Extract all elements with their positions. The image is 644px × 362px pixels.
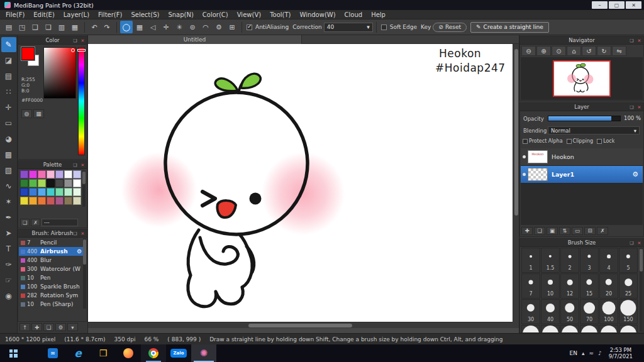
- palette-swatch[interactable]: [29, 179, 37, 187]
- palette-swatch[interactable]: [73, 179, 81, 187]
- brush-list-scrollbar[interactable]: [83, 238, 86, 309]
- menu-item[interactable]: Filter(F): [94, 10, 126, 19]
- add-folder-icon[interactable]: ▣: [547, 227, 558, 235]
- brush-size-option[interactable]: [619, 325, 638, 332]
- new-canvas-icon[interactable]: ▤: [3, 21, 15, 33]
- scrollbar-thumb[interactable]: [248, 324, 352, 327]
- checkbox-icon[interactable]: [567, 139, 572, 144]
- brush-size-option[interactable]: 12: [560, 273, 579, 299]
- panel-popout-icon[interactable]: ❏: [628, 37, 635, 44]
- duplicate-brush-icon[interactable]: ❏: [43, 323, 54, 331]
- rotate-cw-icon[interactable]: ↻: [597, 46, 611, 56]
- scrollbar-thumb[interactable]: [514, 49, 518, 216]
- palette-swatch[interactable]: [55, 197, 64, 205]
- brush-list-item[interactable]: 10 Pen (Sharp) ⚙: [19, 300, 83, 309]
- hue-slider[interactable]: [78, 47, 85, 155]
- panel-close-icon[interactable]: ✕: [79, 37, 86, 44]
- cloud-upload-icon[interactable]: ❑: [29, 21, 42, 33]
- brush-list-item[interactable]: 300 Watercolor (W ⚙: [19, 265, 83, 273]
- rotate-ccw-icon[interactable]: ↺: [582, 46, 596, 56]
- straight-line-button[interactable]: ✎ Create a straight line: [470, 22, 549, 33]
- tray-chevron-icon[interactable]: ▴: [582, 350, 585, 356]
- layer-visibility-dot[interactable]: [523, 173, 526, 176]
- canvas-drawing[interactable]: [88, 44, 513, 322]
- palette-swatch[interactable]: [73, 188, 81, 196]
- move-layer-icon[interactable]: ⇅: [559, 227, 570, 235]
- canvas-vertical-scrollbar[interactable]: [513, 44, 519, 322]
- minimize-button[interactable]: –: [592, 1, 608, 9]
- palette-scrollbar[interactable]: [82, 170, 86, 207]
- select-tool[interactable]: ▧: [1, 163, 16, 178]
- brush-list-item[interactable]: 282 Rotation Sym ⚙: [19, 291, 83, 300]
- palette-swatch[interactable]: [73, 197, 81, 205]
- palette-swatch[interactable]: [64, 188, 72, 196]
- saturation-value-picker[interactable]: [43, 47, 76, 99]
- panel-close-icon[interactable]: ✕: [79, 230, 86, 237]
- brush-settings-gear-icon[interactable]: ⚙: [77, 248, 82, 255]
- lasso-tool[interactable]: ∿: [1, 178, 16, 194]
- merge-layer-icon[interactable]: ⊟: [584, 227, 596, 235]
- panel-close-icon[interactable]: ✕: [636, 37, 643, 44]
- palette-swatch[interactable]: [29, 197, 37, 205]
- palette-swatch[interactable]: [55, 170, 64, 178]
- brush-settings-icon[interactable]: ⚙: [55, 323, 66, 331]
- eraser-tool[interactable]: ◪: [1, 53, 16, 68]
- move-tool[interactable]: ✛: [1, 100, 16, 115]
- foreground-color-swatch[interactable]: [21, 47, 35, 60]
- palette-swatch[interactable]: [47, 197, 55, 205]
- taskbar-icon-medibang[interactable]: ✺: [191, 344, 216, 362]
- delete-layer-icon[interactable]: ✗: [597, 227, 608, 235]
- taskbar-icon-firefox[interactable]: [116, 344, 141, 362]
- palette-swatch[interactable]: [64, 170, 72, 178]
- brush-size-option[interactable]: [580, 325, 599, 332]
- close-button[interactable]: ✕: [626, 1, 641, 9]
- brush-size-option[interactable]: 40: [541, 299, 560, 324]
- reset-button[interactable]: ⊘ Reset: [433, 23, 467, 32]
- color-wheel-icon[interactable]: ◍: [21, 109, 32, 118]
- checkbox-icon[interactable]: [597, 139, 602, 144]
- add-palette-color-icon[interactable]: ❏: [20, 219, 30, 226]
- palette-swatch[interactable]: [47, 188, 55, 196]
- menu-item[interactable]: Edit(E): [29, 10, 59, 19]
- taskbar-icon-chrome[interactable]: [141, 344, 166, 362]
- canvas-tab[interactable]: Untitled: [88, 35, 302, 44]
- eyedropper-tool[interactable]: ✑: [1, 257, 16, 272]
- palette-swatch[interactable]: [38, 188, 46, 196]
- brush-list-item[interactable]: 100 Sparkle Brush ⚙: [19, 282, 83, 291]
- palette-swatch[interactable]: [38, 197, 46, 205]
- palette-swatch[interactable]: [55, 188, 64, 196]
- brush-size-option[interactable]: 1.5: [541, 248, 560, 273]
- hue-slider-handle[interactable]: [77, 49, 86, 52]
- gradient-tool[interactable]: ▩: [1, 147, 16, 162]
- palette-swatch[interactable]: [20, 170, 28, 178]
- brush-size-option[interactable]: 150: [619, 299, 638, 324]
- volume-icon[interactable]: ♪: [598, 350, 602, 356]
- color-grid-icon[interactable]: ▦: [33, 109, 44, 118]
- palette-swatch[interactable]: [29, 170, 37, 178]
- network-icon[interactable]: ≈: [589, 350, 594, 356]
- palette-swatch[interactable]: [64, 179, 72, 187]
- panel-close-icon[interactable]: ✕: [636, 239, 643, 246]
- snap-grid-icon[interactable]: ⊞: [226, 21, 238, 33]
- layer-option-checkbox[interactable]: Lock: [597, 138, 614, 144]
- brush-size-option[interactable]: 1: [521, 248, 540, 273]
- menu-item[interactable]: Help: [367, 10, 390, 19]
- language-indicator[interactable]: EN: [570, 350, 577, 356]
- panel-close-icon[interactable]: ✕: [636, 104, 643, 111]
- zoom-reset-icon[interactable]: ⊙: [552, 46, 566, 56]
- taskbar-icon-edge[interactable]: e: [65, 344, 91, 362]
- export-icon[interactable]: ▥: [55, 21, 68, 33]
- snap-curve-icon[interactable]: ◠: [199, 21, 212, 33]
- taskbar-start-button[interactable]: [0, 344, 26, 362]
- brush-more-icon[interactable]: ▾: [67, 323, 78, 331]
- taskbar-icon-explorer[interactable]: ❒: [91, 344, 116, 362]
- pen-tool[interactable]: ▤: [1, 69, 16, 84]
- correction-dropdown[interactable]: 40 ▾: [324, 23, 373, 32]
- layer-row[interactable]: Layer1 Layer1 ⚙: [521, 166, 643, 184]
- operation-tool[interactable]: ➤: [1, 226, 16, 241]
- magic-wand-tool[interactable]: ✶: [1, 194, 16, 209]
- palette-swatch[interactable]: [20, 197, 28, 205]
- bucket-tool[interactable]: ◕: [1, 131, 16, 146]
- opacity-slider[interactable]: [548, 116, 621, 121]
- delete-palette-color-icon[interactable]: ✗: [31, 219, 40, 226]
